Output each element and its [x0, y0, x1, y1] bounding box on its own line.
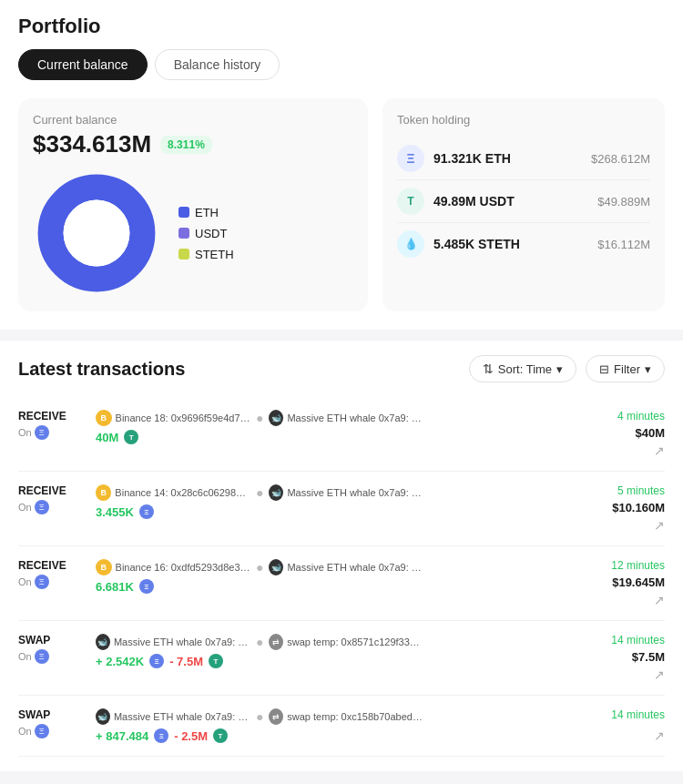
tx-middle: 🐋 Massive ETH whale 0x7a9: 0x7a... ● ⇄ s…	[96, 634, 574, 668]
tx-addresses: B Binance 18: 0x9696f59e4d72... ● 🐋 Mass…	[96, 410, 574, 426]
table-row: SWAP On Ξ 🐋 Massive ETH whale 0x7a9: 0x7…	[18, 696, 665, 757]
usdt-token-name: 49.89M USDT	[433, 194, 588, 209]
donut-legend: ETH USDT STETH	[178, 206, 234, 261]
tx-right: 14 minutes ↗	[583, 708, 665, 743]
binance-icon: B	[96, 484, 111, 501]
external-link-icon[interactable]: ↗	[654, 593, 665, 607]
network-icon: Ξ	[35, 575, 49, 589]
external-link-icon[interactable]: ↗	[654, 667, 665, 682]
amount-value: 40M	[96, 431, 118, 444]
usdt-token-usd: $49.889M	[597, 195, 650, 209]
binance-icon: B	[96, 410, 112, 426]
external-link-icon[interactable]: ↗	[654, 728, 665, 743]
token-card-title: Token holding	[397, 113, 650, 127]
swap-protocol-icon: ⇄	[269, 708, 283, 725]
tx-title: Latest transactions	[18, 359, 185, 380]
token-row-eth: Ξ 91.321K ETH $268.612M	[397, 137, 650, 180]
page-title: Portfolio	[18, 15, 665, 38]
table-row: RECEIVE On Ξ B Binance 14: 0x28c6c06298d…	[18, 472, 665, 546]
external-link-icon[interactable]: ↗	[654, 518, 665, 533]
steth-icon: 💧	[397, 230, 424, 258]
amount-value: 3.455K	[96, 505, 134, 519]
sort-chevron-icon: ▾	[556, 362, 563, 376]
tx-type-label: RECEIVE	[18, 410, 87, 423]
tx-header: Latest transactions ⇅ Sort: Time ▾ ⊟ Fil…	[18, 355, 665, 382]
amount-value: 6.681K	[96, 580, 134, 594]
tx-middle: B Binance 16: 0xdfd5293d8e34... ● 🐋 Mass…	[96, 559, 574, 594]
sort-button[interactable]: ⇅ Sort: Time ▾	[469, 355, 576, 382]
amount-in: + 847.484	[96, 729, 148, 743]
balance-amount: $334.613M	[33, 130, 151, 158]
tx-time: 4 minutes	[617, 410, 665, 423]
tab-balance-history[interactable]: Balance history	[155, 49, 280, 80]
tx-usd: $40M	[635, 426, 665, 440]
tx-addresses: B Binance 16: 0xdfd5293d8e34... ● 🐋 Mass…	[96, 559, 574, 575]
filter-button[interactable]: ⊟ Filter ▾	[586, 355, 665, 382]
tx-addresses: 🐋 Massive ETH whale 0x7a9: 0x7a... ● ⇄ s…	[96, 708, 574, 725]
usdt-token-icon: T	[213, 728, 228, 743]
tx-right: 4 minutes $40M ↗	[583, 410, 665, 458]
tx-time: 12 minutes	[611, 559, 665, 572]
binance-icon: B	[96, 559, 112, 575]
arrow-right-icon: ●	[256, 485, 263, 500]
table-row: SWAP On Ξ 🐋 Massive ETH whale 0x7a9: 0x7…	[18, 621, 665, 696]
token-row-steth: 💧 5.485K STETH $16.112M	[397, 223, 650, 265]
external-link-icon[interactable]: ↗	[654, 443, 665, 458]
tx-amount: + 847.484 Ξ - 2.5M T	[96, 728, 574, 743]
to-address: 🐋 Massive ETH whale 0x7a9: 0x7a...	[269, 484, 423, 501]
usdt-token-icon: T	[209, 654, 223, 668]
whale-icon: 🐋	[96, 708, 110, 725]
to-address: 🐋 Massive ETH whale 0x7a9: 0x7a...	[269, 559, 423, 575]
tx-amount: 3.455K Ξ	[96, 504, 574, 519]
tx-list: RECEIVE On Ξ B Binance 18: 0x9696f59e4d7…	[18, 397, 665, 757]
arrow-right-icon: ●	[256, 635, 263, 649]
tx-amount: 6.681K Ξ	[96, 579, 574, 594]
filter-icon: ⊟	[599, 362, 609, 376]
tx-middle: B Binance 18: 0x9696f59e4d72... ● 🐋 Mass…	[96, 410, 574, 444]
table-row: RECEIVE On Ξ B Binance 16: 0xdfd5293d8e3…	[18, 546, 665, 621]
tx-type-label: RECEIVE	[18, 559, 87, 572]
whale-icon: 🐋	[269, 559, 283, 575]
table-row: RECEIVE On Ξ B Binance 18: 0x9696f59e4d7…	[18, 397, 665, 472]
tx-type-col: SWAP On Ξ	[18, 634, 87, 664]
from-address: B Binance 16: 0xdfd5293d8e34...	[96, 559, 250, 575]
to-address: ⇄ swap temp: 0x8571c129f335832f...	[269, 634, 423, 650]
tx-middle: 🐋 Massive ETH whale 0x7a9: 0x7a... ● ⇄ s…	[96, 708, 574, 743]
tx-type-label: SWAP	[18, 634, 87, 647]
eth-token-icon: Ξ	[154, 728, 168, 743]
tx-type-label: SWAP	[18, 708, 87, 721]
tx-on: On Ξ	[18, 425, 87, 440]
tx-right: 14 minutes $7.5M ↗	[583, 634, 665, 682]
legend-eth-label: ETH	[195, 206, 219, 219]
legend-eth: ETH	[178, 206, 234, 219]
balance-value-row: $334.613M 8.311%	[33, 130, 353, 158]
token-row-usdt: T 49.89M USDT $49.889M	[397, 180, 650, 223]
whale-icon: 🐋	[269, 484, 283, 501]
tab-current-balance[interactable]: Current balance	[18, 49, 148, 80]
steth-token-name: 5.485K STETH	[433, 237, 588, 251]
legend-steth: STETH	[178, 248, 234, 261]
amount-in: + 2.542K	[96, 655, 144, 668]
tx-type-col: RECEIVE On Ξ	[18, 410, 87, 440]
tx-usd: $7.5M	[632, 650, 665, 664]
sort-label: Sort: Time	[498, 362, 552, 376]
tx-middle: B Binance 14: 0x28c6c06298d5... ● 🐋 Mass…	[96, 484, 574, 519]
tx-type-col: SWAP On Ξ	[18, 708, 87, 738]
network-icon: Ξ	[35, 500, 49, 514]
legend-steth-dot	[178, 249, 189, 260]
from-address: 🐋 Massive ETH whale 0x7a9: 0x7a...	[96, 634, 250, 650]
arrow-right-icon: ●	[256, 709, 263, 724]
legend-usdt: USDT	[178, 227, 234, 240]
tab-bar: Current balance Balance history	[18, 49, 665, 80]
eth-token-icon: Ξ	[139, 579, 154, 594]
legend-usdt-dot	[178, 228, 189, 239]
to-address: ⇄ swap temp: 0xc158b70abedc94d...	[269, 708, 423, 725]
legend-eth-dot	[178, 207, 189, 218]
balance-card: Current balance $334.613M 8.311%	[18, 98, 368, 311]
sort-icon: ⇅	[483, 361, 494, 376]
arrow-right-icon: ●	[256, 560, 263, 575]
tx-type-col: RECEIVE On Ξ	[18, 559, 87, 589]
steth-token-usd: $16.112M	[597, 238, 650, 251]
tx-time: 14 minutes	[611, 634, 665, 647]
tx-right: 5 minutes $10.160M ↗	[583, 484, 665, 533]
